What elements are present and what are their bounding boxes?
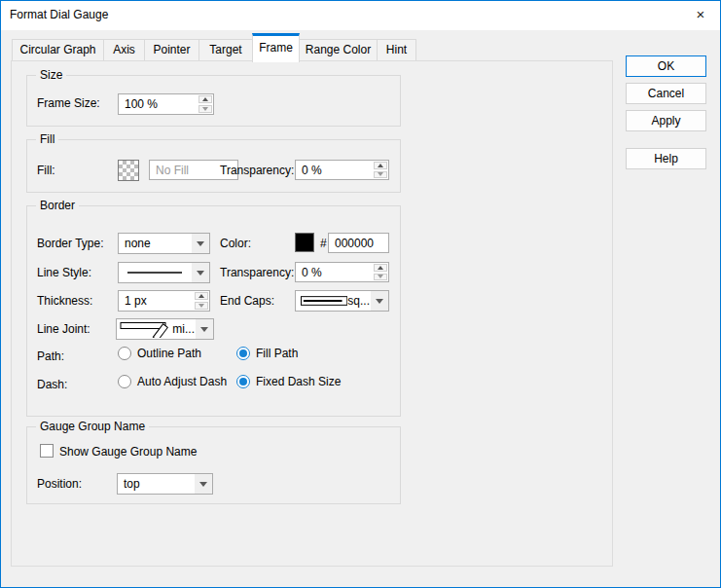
- spin-down-button[interactable]: [198, 105, 212, 113]
- radio-icon: [118, 375, 131, 388]
- format-dial-gauge-dialog: Format Dial Gauge × Circular Graph Axis …: [0, 0, 721, 588]
- radio-label: Fixed Dash Size: [256, 375, 341, 388]
- radio-label: Outline Path: [137, 347, 201, 360]
- radio-label: Auto Adjust Dash: [137, 375, 227, 388]
- line-joint-label: Line Joint:: [37, 322, 90, 336]
- spin-up-button[interactable]: [195, 292, 208, 300]
- radio-auto-adjust-dash[interactable]: Auto Adjust Dash: [118, 375, 227, 388]
- thickness-label: Thickness:: [37, 294, 92, 308]
- frame-size-spin-buttons: [198, 94, 213, 114]
- tab-circular-graph[interactable]: Circular Graph: [12, 39, 104, 61]
- border-color-hex-input[interactable]: 000000: [328, 233, 389, 253]
- frame-tab-page: Size Frame Size: 100 % Fill Fill: No Fil…: [11, 60, 613, 567]
- size-group: Size Frame Size: 100 %: [26, 75, 401, 127]
- frame-size-value: 100 %: [119, 94, 198, 114]
- spin-down-button[interactable]: [374, 274, 387, 281]
- fill-pattern-swatch-icon[interactable]: [118, 160, 139, 181]
- border-transparency-value: 0 %: [296, 263, 373, 281]
- frame-size-spinner[interactable]: 100 %: [118, 93, 214, 115]
- thickness-spin-buttons: [194, 291, 209, 311]
- end-caps-preview-icon: [296, 291, 347, 311]
- line-style-label: Line Style:: [37, 266, 91, 279]
- border-type-label: Border Type:: [37, 237, 103, 250]
- chevron-down-icon[interactable]: [192, 263, 209, 282]
- radio-checked-icon: [236, 347, 250, 360]
- line-style-preview-icon: [119, 263, 192, 282]
- radio-fill-path[interactable]: Fill Path: [236, 347, 298, 360]
- line-joint-preview-icon: [117, 319, 172, 339]
- show-gauge-group-name-checkbox[interactable]: [40, 444, 54, 458]
- size-group-title: Size: [36, 68, 66, 82]
- border-color-label: Color:: [220, 237, 251, 250]
- show-gauge-group-name-label: Show Gauge Group Name: [59, 445, 197, 459]
- border-group: Border Border Type: none Color: # 000000…: [26, 205, 401, 417]
- dialog-title: Format Dial Gauge: [10, 8, 108, 21]
- apply-button[interactable]: Apply: [626, 110, 706, 131]
- radio-outline-path[interactable]: Outline Path: [118, 347, 201, 360]
- dash-label: Dash:: [37, 378, 67, 391]
- spin-down-button[interactable]: [374, 171, 387, 179]
- gauge-group-name-title: Gauge Group Name: [36, 420, 149, 433]
- border-transparency-spinner[interactable]: 0 %: [295, 262, 389, 282]
- tab-target[interactable]: Target: [198, 39, 253, 61]
- close-icon[interactable]: ×: [688, 3, 713, 26]
- line-joint-dropdown[interactable]: mi...: [116, 318, 214, 340]
- fill-transparency-spin-buttons: [373, 161, 388, 179]
- position-value: top: [118, 474, 195, 494]
- fill-group-title: Fill: [36, 132, 58, 146]
- tab-range-color[interactable]: Range Color: [299, 39, 378, 61]
- path-label: Path:: [37, 349, 64, 363]
- border-color-hash: #: [320, 237, 327, 250]
- fill-transparency-spinner[interactable]: 0 %: [295, 160, 389, 180]
- line-joint-value: mi...: [172, 319, 196, 339]
- thickness-value: 1 px: [119, 291, 194, 311]
- gauge-group-name-group: Gauge Group Name Show Gauge Group Name P…: [26, 426, 401, 504]
- fill-group: Fill Fill: No Fill Transparency: 0 %: [26, 139, 401, 193]
- tab-pointer[interactable]: Pointer: [144, 39, 199, 61]
- border-color-hex-value: 000000: [329, 234, 388, 252]
- radio-fixed-dash-size[interactable]: Fixed Dash Size: [236, 375, 341, 388]
- border-type-value: none: [119, 234, 192, 253]
- cancel-button[interactable]: Cancel: [626, 83, 706, 104]
- chevron-down-icon[interactable]: [371, 291, 388, 311]
- border-transparency-label: Transparency:: [220, 266, 294, 279]
- chevron-down-icon[interactable]: [195, 474, 212, 494]
- fill-transparency-value: 0 %: [296, 161, 373, 179]
- ok-button[interactable]: OK: [626, 55, 706, 77]
- border-transparency-spin-buttons: [373, 263, 388, 281]
- tab-frame[interactable]: Frame: [252, 33, 300, 62]
- end-caps-value: sq...: [347, 291, 371, 311]
- chevron-down-icon[interactable]: [192, 234, 209, 253]
- tab-axis[interactable]: Axis: [103, 39, 145, 61]
- spin-down-button[interactable]: [195, 302, 208, 310]
- help-button[interactable]: Help: [626, 148, 706, 169]
- chevron-down-icon[interactable]: [196, 319, 213, 339]
- spin-up-button[interactable]: [198, 95, 212, 103]
- line-style-dropdown[interactable]: [118, 262, 210, 283]
- position-label: Position:: [37, 477, 82, 491]
- end-caps-dropdown[interactable]: sq...: [295, 290, 389, 312]
- fill-label: Fill:: [37, 164, 55, 177]
- border-type-dropdown[interactable]: none: [118, 233, 210, 254]
- spin-up-button[interactable]: [374, 162, 387, 169]
- position-dropdown[interactable]: top: [117, 473, 213, 495]
- border-color-swatch[interactable]: [295, 233, 314, 252]
- end-caps-label: End Caps:: [220, 294, 274, 308]
- radio-icon: [118, 347, 131, 360]
- thickness-spinner[interactable]: 1 px: [118, 290, 210, 312]
- fill-transparency-label: Transparency:: [220, 164, 294, 177]
- tab-hint[interactable]: Hint: [377, 39, 416, 61]
- radio-label: Fill Path: [256, 347, 298, 360]
- border-group-title: Border: [36, 199, 79, 212]
- title-bar: Format Dial Gauge ×: [1, 1, 720, 30]
- frame-size-label: Frame Size:: [37, 96, 100, 110]
- radio-checked-icon: [236, 375, 250, 388]
- spin-up-button[interactable]: [374, 264, 387, 272]
